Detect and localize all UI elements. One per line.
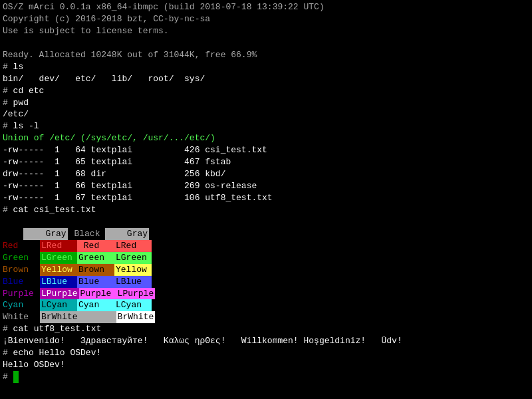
file-2: -rw----- 1 65 textplai 467 fstab: [3, 157, 231, 167]
prompt-5: # cat csi_test.txt: [3, 205, 96, 215]
csi-row-purple: PurpleLPurplePurpleLPurple: [3, 289, 155, 299]
file-3: drw----- 1 68 dir 256 kbd/: [3, 169, 225, 179]
file-4: -rw----- 1 66 textplai 269 os-release: [3, 181, 257, 191]
csi-row-cyan: Cyan LCyanCyan LCyan: [3, 300, 152, 310]
csi-row-blue: Blue LBlueBlue LBlue: [3, 277, 152, 287]
csi-row-red: Red LRed Red LRed: [3, 241, 152, 251]
cursor: [13, 371, 19, 383]
terminal: OS/Z mArci 0.0.1a x86_64-ibmpc (build 20…: [0, 0, 532, 399]
echo-output: Hello OSDev!: [3, 360, 65, 370]
line-ready: Ready. Allocated 10248K out of 31044K, f…: [3, 50, 257, 60]
file-5: -rw----- 1 67 textplai 106 utf8_test.txt: [3, 193, 273, 203]
prompt-6: # cat utf8_test.txt: [3, 324, 101, 334]
union-line: Union of /etc/ (/sys/etc/, /usr/.../etc/…: [3, 133, 215, 143]
utf8-output: ¡Bienvenido! Здравствуйте! Καλως ηρΘες! …: [3, 336, 402, 346]
file-1: -rw----- 1 64 textplai 426 csi_test.txt: [3, 145, 267, 155]
prompt-7: # echo Hello OSDev!: [3, 348, 101, 358]
line-3: Use is subject to license terms.: [3, 26, 169, 36]
ls-output: bin/ dev/ etc/ lib/ root/ sys/: [3, 74, 205, 84]
line-1: OS/Z mArci 0.0.1a x86_64-ibmpc (build 20…: [3, 2, 325, 12]
csi-row-brown: BrownYellowBrownYellow: [3, 265, 152, 275]
prompt-8: #: [3, 372, 19, 382]
line-2: Copyright (c) 2016-2018 bzt, CC-by-nc-sa: [3, 14, 210, 24]
pwd-output: /etc/: [3, 109, 29, 119]
csi-header-row: Gray Black Gray: [3, 229, 149, 239]
csi-row-white: WhiteBrWhite BrWhite: [3, 312, 155, 322]
prompt-2: # cd etc: [3, 86, 44, 96]
prompt-3: # pwd: [3, 98, 29, 108]
prompt-1: # ls: [3, 62, 23, 72]
prompt-4: # ls -l: [3, 121, 39, 131]
csi-table-container: Gray Black Gray Red LRed Red LRed GreenL…: [3, 312, 155, 322]
csi-row-green: GreenLGreenGreenLGreen: [3, 253, 152, 263]
